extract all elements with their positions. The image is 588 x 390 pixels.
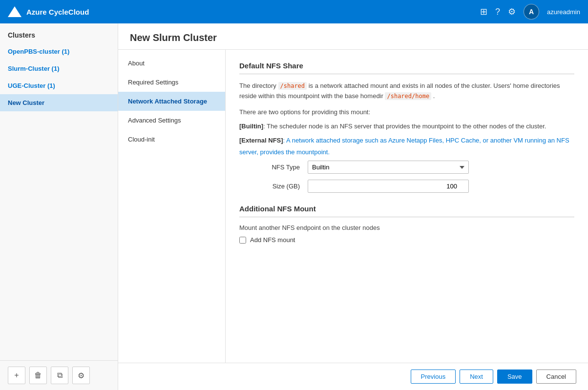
add-nfs-mount-row: Add NFS mount: [239, 236, 574, 244]
add-nfs-mount-label[interactable]: Add NFS mount: [250, 236, 295, 244]
additional-nfs-section: Additional NFS Mount Mount another NFS e…: [239, 205, 574, 244]
nfs-type-control: Builtin External NFS: [308, 161, 469, 174]
help-icon[interactable]: ?: [495, 7, 500, 17]
sidebar-item-new-cluster[interactable]: New Cluster: [0, 94, 118, 111]
external-label: [External NFS]: [239, 137, 283, 144]
size-input[interactable]: [308, 180, 469, 193]
step-cloud-init[interactable]: Cloud-init: [118, 130, 225, 149]
builtin-label: [Builtin]: [239, 123, 263, 130]
app-logo: Azure CycleCloud: [8, 6, 89, 17]
app-name: Azure CycleCloud: [26, 8, 89, 16]
step-network-attached-storage[interactable]: Network Attached Storage: [118, 92, 225, 111]
page-title: New Slurm Cluster: [130, 32, 576, 43]
main-container: Clusters OpenPBS-cluster (1) Slurm-Clust…: [0, 23, 588, 390]
cancel-button[interactable]: Cancel: [536, 369, 576, 384]
username-label: azureadmin: [547, 8, 580, 16]
save-button[interactable]: Save: [497, 369, 532, 384]
inner-layout: About Required Settings Network Attached…: [118, 50, 588, 363]
monitor-icon[interactable]: ⊞: [480, 6, 487, 17]
header-actions: ⊞ ? ⚙ A azureadmin: [480, 4, 580, 20]
avatar[interactable]: A: [524, 4, 539, 20]
step-about[interactable]: About: [118, 54, 225, 73]
delete-cluster-button[interactable]: 🗑: [29, 367, 47, 384]
previous-button[interactable]: Previous: [411, 369, 456, 384]
sidebar-footer: + 🗑 ⧉ ⚙: [0, 360, 118, 390]
sidebar-item-uge[interactable]: UGE-Cluster (1): [0, 77, 118, 94]
copy-cluster-button[interactable]: ⧉: [51, 367, 68, 384]
footer: Previous Next Save Cancel: [118, 363, 588, 390]
sidebar-item-openpbs[interactable]: OpenPBS-cluster (1): [0, 43, 118, 60]
nfs-type-select[interactable]: Builtin External NFS: [308, 161, 469, 174]
size-control: [308, 180, 469, 193]
sidebar: Clusters OpenPBS-cluster (1) Slurm-Clust…: [0, 23, 118, 390]
nfs-options-intro: There are two options for providing this…: [239, 106, 574, 118]
app-header: Azure CycleCloud ⊞ ? ⚙ A azureadmin: [0, 0, 588, 23]
nfs-builtin-desc: [Builtin]: The scheduler node is an NFS …: [239, 121, 574, 132]
default-nfs-section-title: Default NFS Share: [239, 62, 574, 74]
nfs-type-label: NFS Type: [259, 164, 308, 171]
sidebar-item-slurm[interactable]: Slurm-Cluster (1): [0, 60, 118, 77]
step-nav: About Required Settings Network Attached…: [118, 50, 226, 363]
shared-home-code: /shared/home: [385, 92, 431, 100]
nfs-description-1: The directory /shared is a network attac…: [239, 81, 574, 102]
add-cluster-button[interactable]: +: [8, 367, 25, 384]
nfs-external-desc: [External NFS]: A network attached stora…: [239, 135, 574, 158]
additional-nfs-desc: Mount another NFS endpoint on the cluste…: [239, 224, 574, 231]
step-required-settings[interactable]: Required Settings: [118, 73, 225, 92]
size-label: Size (GB): [259, 183, 308, 190]
avatar-initial: A: [529, 8, 534, 16]
form-panel: Default NFS Share The directory /shared …: [226, 50, 588, 363]
content-area: New Slurm Cluster About Required Setting…: [118, 23, 588, 390]
next-button[interactable]: Next: [460, 369, 493, 384]
settings-icon[interactable]: ⚙: [508, 6, 516, 17]
step-advanced-settings[interactable]: Advanced Settings: [118, 111, 225, 130]
add-nfs-mount-checkbox[interactable]: [239, 237, 246, 244]
shared-path-code: /shared: [278, 82, 307, 90]
size-row: Size (GB): [259, 180, 574, 193]
additional-nfs-title: Additional NFS Mount: [239, 205, 574, 217]
logo-icon: [8, 6, 21, 17]
cluster-settings-button[interactable]: ⚙: [72, 367, 90, 384]
content-header: New Slurm Cluster: [118, 23, 588, 50]
nfs-type-row: NFS Type Builtin External NFS: [259, 161, 574, 174]
sidebar-title: Clusters: [0, 23, 118, 43]
